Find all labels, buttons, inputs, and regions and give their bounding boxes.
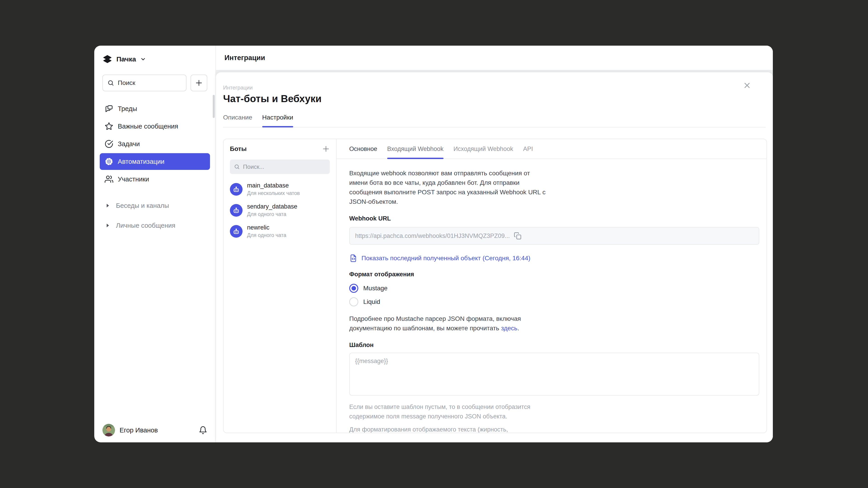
bot-avatar [230,225,243,238]
workspace-name: Пачка [116,55,136,63]
group-label: Беседы и каналы [116,202,169,209]
bot-name: main_database [247,182,300,189]
group-conversations-channels[interactable]: Беседы и каналы [100,197,210,214]
sidebar-item-tasks[interactable]: Задачи [100,135,210,152]
show-last-object-label: Показать последний полученный объект (Се… [362,255,530,262]
bots-title: Боты [230,145,247,153]
modal-head: Интеграции Чат-боты и Вебхуки Описание Н… [216,72,773,127]
bot-list-item[interactable]: newrelic Для одного чата [230,224,330,238]
bot-subtitle: Для одного чата [247,211,297,217]
sidebar-item-label: Задачи [118,140,140,148]
bot-list-item[interactable]: sendary_database Для одного чата [230,203,330,217]
robot-icon [232,206,240,214]
notifications-button[interactable] [199,426,207,434]
chevron-down-icon [140,56,146,62]
tab-api[interactable]: API [523,139,533,159]
mustache-docs-text: Подробнее про Mustache парсер JSON форма… [349,314,543,333]
radio-selected-icon[interactable] [349,284,358,293]
sidebar-scrollbar-thumb[interactable] [213,95,215,118]
sidebar-item-important[interactable]: Важные сообщения [100,118,210,135]
webhook-settings-body: Входящие webhook позволяют вам отправлят… [337,159,767,433]
search-icon [234,164,240,170]
bots-list: main_database Для нескольких чатов senda… [230,182,330,238]
sidebar-search[interactable] [102,74,186,91]
template-hint-empty: Если вы оставите шаблон пустым, то в соо… [349,402,559,421]
integration-modal: Интеграции Чат-боты и Вебхуки Описание Н… [216,72,773,442]
group-label: Личные сообщения [116,222,176,229]
sidebar-item-label: Участники [118,175,149,183]
bots-search[interactable] [230,160,330,174]
file-code-icon [349,254,358,262]
chevron-right-icon [105,223,110,228]
radio-unselected-icon[interactable] [349,297,358,306]
bot-subtitle: Для одного чата [247,232,286,238]
webhook-settings-panel: Основное Входящий Webhook Исходящий Webh… [337,139,767,433]
current-user[interactable]: Егор Иванов [102,424,207,436]
user-name: Егор Иванов [120,427,158,434]
show-last-object-link[interactable]: Показать последний полученный объект (Се… [349,254,759,262]
bots-panel: Боты [223,139,337,433]
tab-outgoing-webhook[interactable]: Исходящий Webhook [454,139,513,159]
modal-tabs: Описание Настройки [223,114,766,127]
create-new-button[interactable] [191,74,207,91]
webhook-url-field[interactable]: https://api.pachca.com/webhooks/01HJ3NVM… [349,227,759,245]
sidebar-item-automations[interactable]: Автоматизации [100,153,210,170]
add-bot-button[interactable] [322,145,330,153]
bots-header: Боты [230,145,330,153]
bot-avatar [230,204,243,217]
sidebar-groups: Беседы и каналы Личные сообщения [100,197,210,234]
tab-settings[interactable]: Настройки [262,114,293,127]
chevron-right-icon [105,203,110,208]
tab-general[interactable]: Основное [349,139,377,159]
sidebar-item-label: Автоматизации [118,158,164,165]
sidebar-item-threads[interactable]: Треды [100,100,210,117]
threads-icon [105,104,113,113]
radio-label: Mustage [363,285,388,292]
template-hint-format: Для форматирования отображаемого текста … [349,425,559,433]
copy-url-button[interactable] [514,232,522,240]
sidebar-spacer [102,234,207,424]
close-icon [743,81,751,90]
plus-icon [195,79,203,87]
plus-icon [322,145,330,153]
intro-text: Входящие webhook позволяют вам отправлят… [349,168,548,206]
group-direct-messages[interactable]: Личные сообщения [100,217,210,234]
modal-title: Чат-боты и Вебхуки [223,93,766,104]
bot-avatar [230,183,243,196]
star-icon [105,122,113,131]
workspace-switcher[interactable]: Пачка [102,54,207,64]
check-circle-icon [105,140,113,148]
gear-icon [105,157,113,166]
docs-link[interactable]: здесь [501,325,518,332]
bot-list-item[interactable]: main_database Для нескольких чатов [230,182,330,196]
sidebar-nav: Треды Важные сообщения Задачи Автоматиза… [100,100,210,188]
search-icon [107,79,114,86]
close-button[interactable] [742,80,752,90]
format-option-mustache[interactable]: Mustage [349,284,759,293]
app-window: Пачка Треды Важные сообщения [94,46,773,442]
webhook-url-value: https://api.pachca.com/webhooks/01HJ3NVM… [355,232,510,239]
template-textarea[interactable] [349,353,759,396]
main-header: Интеграции [216,46,773,70]
sidebar-item-label: Важные сообщения [118,123,178,130]
bots-search-input[interactable] [243,163,326,170]
users-icon [105,175,113,184]
format-label: Формат отображения [349,271,759,278]
sidebar-item-members[interactable]: Участники [100,171,210,188]
tab-incoming-webhook[interactable]: Входящий Webhook [387,139,443,159]
robot-icon [232,186,240,193]
sidebar-item-label: Треды [118,105,137,112]
sidebar: Пачка Треды Важные сообщения [94,46,216,442]
breadcrumb: Интеграции [223,85,766,91]
tab-description[interactable]: Описание [223,114,252,127]
webhook-url-label: Webhook URL [349,215,759,222]
webhook-tabs: Основное Входящий Webhook Исходящий Webh… [337,139,767,159]
main-area: Интеграции Интеграции Чат-боты и Вебхуки… [216,46,773,442]
sidebar-search-input[interactable] [118,79,182,87]
bot-subtitle: Для нескольких чатов [247,190,300,196]
template-label: Шаблон [349,341,759,349]
format-option-liquid[interactable]: Liquid [349,297,759,306]
page-title: Интеграции [224,54,265,62]
settings-card: Боты [223,139,767,433]
robot-icon [232,228,240,235]
